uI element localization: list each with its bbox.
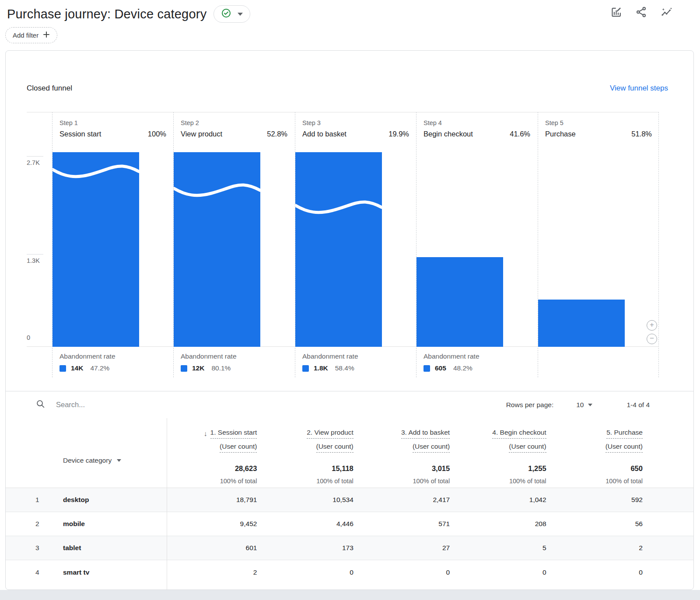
bottom-panel-edge — [0, 590, 700, 600]
table-row-tablet[interactable]: 3 tablet 601 173 27 5 2 — [6, 536, 693, 560]
cell-value: 2,417 — [360, 496, 456, 504]
chevron-down-icon — [588, 404, 592, 406]
column-header-session-start[interactable]: ↓1. Session start (User count) 28,623 10… — [167, 418, 263, 488]
column-total-share: 100% of total — [606, 478, 643, 485]
table-row-mobile[interactable]: 2 mobile 9,452 4,446 571 208 56 — [6, 512, 693, 536]
view-funnel-steps-link[interactable]: View funnel steps — [610, 84, 668, 93]
chevron-down-icon — [117, 459, 121, 462]
column-header-begin-checkout[interactable]: 4. Begin checkout (User count) 1,255 100… — [456, 418, 552, 488]
cell-value: 1,042 — [456, 496, 552, 504]
cell-value: 0 — [263, 569, 359, 576]
page-title: Purchase journey: Device category — [7, 7, 206, 21]
legend-swatch — [302, 365, 309, 372]
cell-value: 18,791 — [167, 496, 263, 504]
truncation-wave — [295, 198, 382, 217]
y-axis-label: 1.3K — [27, 257, 40, 264]
zoom-out-button[interactable]: − — [647, 334, 657, 344]
column-total: 28,623 — [235, 464, 257, 473]
cell-value: 2 — [553, 544, 649, 552]
column-total: 3,015 — [432, 464, 450, 473]
column-total: 15,118 — [332, 464, 354, 473]
header: Purchase journey: Device category — [7, 5, 250, 23]
insights-icon[interactable] — [660, 6, 673, 18]
funnel-step-header-2: Step 2 View product52.8% — [173, 112, 294, 138]
cell-value: 56 — [553, 520, 649, 528]
sort-descending-icon: ↓ — [204, 430, 207, 438]
rows-per-page-select[interactable]: 10 — [576, 401, 592, 409]
closed-funnel-card: Closed funnel View funnel steps Step 1 S… — [5, 50, 694, 590]
table-row-smart-tv[interactable]: 4 smart tv 2 0 0 0 0 — [6, 560, 693, 584]
legend-swatch — [60, 365, 66, 372]
cell-value: 0 — [456, 569, 552, 576]
funnel-bar-add-to-basket[interactable] — [295, 152, 382, 347]
add-filter-label: Add filter — [13, 31, 38, 39]
funnel-bar-session-start[interactable] — [52, 152, 139, 347]
column-header-purchase[interactable]: 5. Purchase (User count) 650 100% of tot… — [553, 418, 649, 488]
check-circle-icon — [221, 8, 231, 20]
cell-value: 9,452 — [167, 520, 263, 528]
funnel-bar-purchase[interactable] — [538, 300, 625, 347]
toolbar — [610, 6, 673, 18]
edit-chart-icon[interactable] — [610, 6, 622, 18]
search-icon — [35, 399, 46, 411]
cell-value: 4,446 — [263, 520, 359, 528]
column-total-share: 100% of total — [220, 478, 257, 485]
table-header-row: Device category ↓1. Session start (User … — [6, 418, 693, 488]
column-total: 1,255 — [528, 464, 546, 473]
section-title: Closed funnel — [27, 84, 72, 93]
add-filter-button[interactable]: Add filter — [5, 27, 57, 43]
cell-value: 27 — [360, 544, 456, 552]
abandonment-step-2: Abandonment rate 12K80.1% — [173, 347, 294, 372]
chevron-down-icon — [238, 13, 243, 16]
abandonment-step-1: Abandonment rate 14K47.2% — [52, 347, 173, 372]
rows-per-page-label: Rows per page: — [506, 401, 554, 409]
column-total: 650 — [630, 464, 643, 473]
chart-zoom-controls: + − — [647, 320, 657, 344]
funnel-bar-view-product[interactable] — [174, 152, 260, 347]
table-row-desktop[interactable]: 1 desktop 18,791 10,534 2,417 1,042 592 — [6, 488, 693, 512]
column-total-share: 100% of total — [316, 478, 354, 485]
legend-swatch — [424, 365, 430, 372]
cell-value: 0 — [553, 569, 649, 576]
pagination-range: 1-4 of 4 — [626, 401, 650, 409]
funnel-plot-area: 2.7K 1.3K 0 + − — [27, 152, 659, 347]
y-axis-label: 0 — [27, 334, 30, 341]
plus-icon — [43, 31, 50, 39]
device-category-table: Device category ↓1. Session start (User … — [6, 418, 693, 590]
cell-value: 10,534 — [263, 496, 359, 504]
share-icon[interactable] — [635, 6, 647, 18]
column-total-share: 100% of total — [413, 478, 450, 485]
cell-value: 208 — [456, 520, 552, 528]
truncation-wave — [174, 181, 260, 200]
funnel-step-header-4: Step 4 Begin checkout41.6% — [416, 112, 537, 138]
cell-value: 2 — [167, 569, 263, 576]
funnel-bar-begin-checkout[interactable] — [416, 257, 503, 347]
pagination-controls: Rows per page: 10 1-4 of 4 — [506, 401, 650, 409]
y-axis-label: 2.7K — [27, 159, 40, 166]
legend-swatch — [181, 365, 187, 372]
table-toolbar: Rows per page: 10 1-4 of 4 — [6, 391, 693, 418]
validation-status-badge[interactable] — [214, 5, 250, 23]
abandonment-step-3: Abandonment rate 1.8K58.4% — [295, 347, 416, 372]
truncation-wave — [52, 162, 139, 181]
column-header-add-to-basket[interactable]: 3. Add to basket (User count) 3,015 100%… — [360, 418, 456, 488]
column-total-share: 100% of total — [509, 478, 546, 485]
funnel-chart: Step 1 Session start100% Step 2 View pro… — [27, 112, 659, 377]
cell-value: 601 — [167, 544, 263, 552]
funnel-step-header-1: Step 1 Session start100% — [52, 112, 173, 138]
cell-value: 592 — [553, 496, 649, 504]
column-header-device-category[interactable]: Device category — [63, 418, 167, 488]
cell-value: 571 — [360, 520, 456, 528]
abandonment-step-4: Abandonment rate 60548.2% — [416, 347, 537, 372]
cell-value: 5 — [456, 544, 552, 552]
search-input[interactable] — [56, 401, 240, 409]
cell-value: 0 — [360, 569, 456, 576]
funnel-step-header-5: Step 5 Purchase51.8% — [538, 112, 659, 138]
card-header: Closed funnel View funnel steps — [27, 84, 668, 93]
column-header-view-product[interactable]: 2. View product (User count) 15,118 100%… — [263, 418, 359, 488]
zoom-in-button[interactable]: + — [647, 320, 657, 331]
cell-value: 173 — [263, 544, 359, 552]
exploration-page: Purchase journey: Device category — [0, 0, 700, 600]
funnel-step-header-3: Step 3 Add to basket19.9% — [295, 112, 416, 138]
